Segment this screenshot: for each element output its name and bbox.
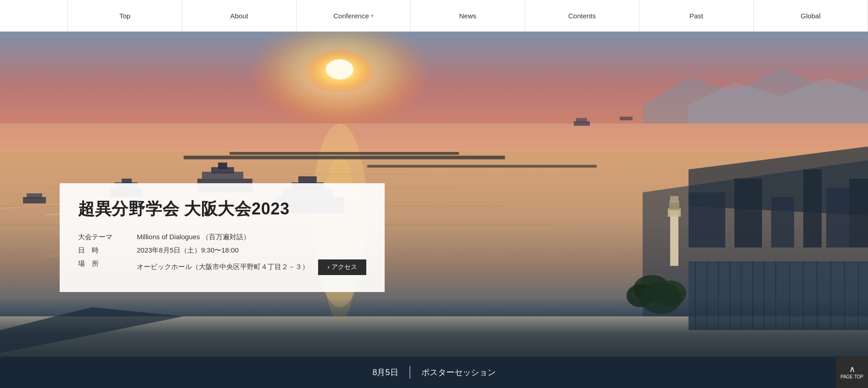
svg-rect-14 bbox=[367, 165, 597, 168]
svg-rect-57 bbox=[620, 117, 633, 120]
nav-label-global: Global bbox=[801, 12, 820, 20]
info-row-location: 場 所 オービックホール（大阪市中央区平野町４丁目２－３） › アクセス bbox=[78, 257, 366, 277]
nav-item-conference[interactable]: Conference ▾ bbox=[297, 0, 411, 31]
svg-rect-54 bbox=[27, 193, 42, 199]
svg-rect-61 bbox=[298, 176, 317, 184]
bottom-bar: 8月5日 ポスターセッション bbox=[0, 357, 868, 388]
nav-item-contents[interactable]: Contents bbox=[525, 0, 639, 31]
nav-label-conference: Conference bbox=[333, 12, 369, 20]
arrow-up-icon: ∧ bbox=[849, 365, 855, 373]
svg-rect-17 bbox=[689, 192, 725, 247]
bottom-bar-date: 8月5日 bbox=[372, 367, 398, 378]
svg-rect-12 bbox=[184, 156, 505, 159]
svg-rect-38 bbox=[670, 211, 678, 266]
info-label-location: 場 所 bbox=[78, 257, 133, 277]
info-table: 大会テーマ Millions of Dialogues （百万遍対話） 日 時 … bbox=[78, 231, 366, 277]
nav-logo bbox=[0, 0, 68, 31]
nav-label-past: Past bbox=[689, 12, 703, 20]
chevron-down-icon: ▾ bbox=[371, 13, 374, 19]
svg-rect-20 bbox=[803, 169, 822, 247]
info-card: 超異分野学会 大阪大会2023 大会テーマ Millions of Dialog… bbox=[60, 183, 385, 292]
info-row-date: 日 時 2023年8月5日（土）9:30〜18:00 bbox=[78, 244, 366, 257]
svg-rect-56 bbox=[576, 118, 587, 123]
page-top-button[interactable]: ∧ PAGE TOP bbox=[836, 356, 868, 388]
info-label-date: 日 時 bbox=[78, 244, 133, 257]
nav-item-past[interactable]: Past bbox=[639, 0, 754, 31]
svg-point-3 bbox=[326, 59, 353, 79]
info-value-date: 2023年8月5日（土）9:30〜18:00 bbox=[133, 244, 366, 257]
access-button[interactable]: › アクセス bbox=[318, 259, 366, 275]
nav-item-about[interactable]: About bbox=[182, 0, 297, 31]
svg-rect-22 bbox=[849, 179, 868, 247]
nav-item-news[interactable]: News bbox=[411, 0, 525, 31]
nav-label-news: News bbox=[459, 12, 476, 20]
info-value-theme: Millions of Dialogues （百万遍対話） bbox=[133, 231, 366, 244]
info-row-theme: 大会テーマ Millions of Dialogues （百万遍対話） bbox=[78, 231, 366, 244]
hero-section: 超異分野学会 大阪大会2023 大会テーマ Millions of Dialog… bbox=[0, 32, 868, 388]
nav-label-contents: Contents bbox=[568, 12, 596, 20]
svg-rect-21 bbox=[826, 188, 849, 247]
hero-title: 超異分野学会 大阪大会2023 bbox=[78, 198, 366, 220]
bottom-bar-session: ポスターセッション bbox=[421, 367, 496, 378]
info-label-theme: 大会テーマ bbox=[78, 231, 133, 244]
svg-rect-49 bbox=[218, 163, 227, 169]
svg-rect-18 bbox=[734, 179, 762, 247]
svg-rect-13 bbox=[230, 152, 459, 155]
svg-rect-41 bbox=[670, 196, 678, 202]
nav-item-global[interactable]: Global bbox=[754, 0, 868, 31]
page-top-label: PAGE TOP bbox=[840, 374, 863, 379]
svg-rect-4 bbox=[0, 124, 868, 151]
info-value-location: オービックホール（大阪市中央区平野町４丁目２－３） › アクセス bbox=[133, 257, 366, 277]
nav-item-top[interactable]: Top bbox=[68, 0, 182, 31]
svg-rect-19 bbox=[771, 197, 794, 247]
nav-label-top: Top bbox=[119, 12, 130, 20]
bottom-bar-divider bbox=[409, 366, 410, 379]
main-navigation: Top About Conference ▾ News Contents Pas… bbox=[0, 0, 868, 32]
nav-label-about: About bbox=[230, 12, 248, 20]
